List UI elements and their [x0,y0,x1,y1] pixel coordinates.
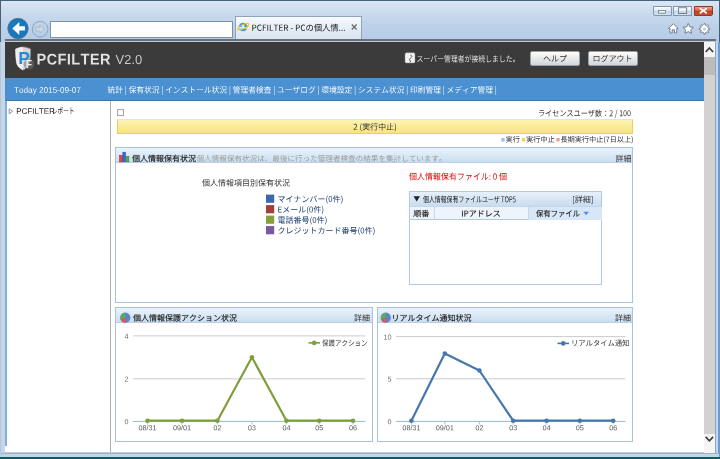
svg-text:F: F [26,59,32,70]
